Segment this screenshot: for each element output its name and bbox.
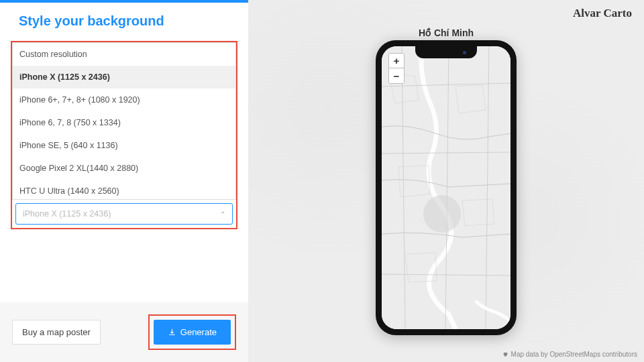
chevron-up-icon: ⌃ [220,210,225,218]
resolution-option[interactable]: HTC U Ultra (1440 x 2560) [13,180,235,200]
bottom-bar: Buy a map poster Generate [0,302,248,362]
resolution-select-value: iPhone X (1125 x 2436) [23,209,111,219]
brand-logo: Alvar Carto [573,7,632,20]
resolution-select-input[interactable]: iPhone X (1125 x 2436) ⌃ [15,203,233,225]
resolution-option[interactable]: Google Pixel 2 XL(1440 x 2880) [13,157,235,180]
attribution-text: Map data by OpenStreetMaps contributors [511,351,637,358]
resolution-option[interactable]: iPhone 6+, 7+, 8+ (1080 x 1920) [13,88,235,111]
buy-poster-button[interactable]: Buy a map poster [12,320,101,345]
generate-highlight: Generate [148,314,236,350]
map-title: Hồ Chí Minh [419,27,474,38]
zoom-in-button[interactable]: + [389,54,404,68]
svg-point-1 [423,195,461,233]
download-icon [168,328,176,337]
resolution-picker-highlight: Custom resolutioniPhone X (1125 x 2436)i… [11,41,237,229]
resolution-dropdown-list[interactable]: Custom resolutioniPhone X (1125 x 2436)i… [12,42,236,200]
resolution-option[interactable]: iPhone SE, 5 (640 x 1136) [13,134,235,157]
zoom-controls: + − [388,53,405,84]
resolution-option[interactable]: Custom resolution [13,43,235,66]
phone-screen: + − [382,46,511,329]
phone-frame: + − [376,40,517,335]
generate-label: Generate [180,327,217,337]
map-attribution: Map data by OpenStreetMaps contributors [502,351,637,358]
resolution-option[interactable]: iPhone X (1125 x 2436) [13,66,235,88]
preview-panel: Alvar Carto Hồ Chí Minh + − [248,0,644,362]
zoom-out-button[interactable]: − [389,68,404,83]
resolution-option[interactable]: iPhone 6, 7, 8 (750 x 1334) [13,111,235,134]
generate-button[interactable]: Generate [154,320,231,345]
heart-icon [502,351,508,357]
style-panel: Style your background Custom resolutioni… [0,0,248,362]
panel-title: Style your background [0,3,248,41]
phone-notch [415,46,477,58]
map-preview[interactable] [382,46,511,329]
